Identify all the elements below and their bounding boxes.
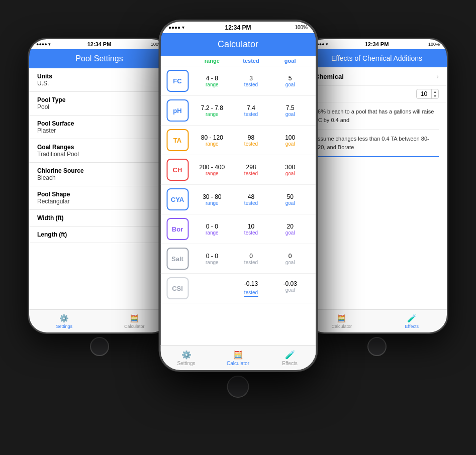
- ta-range-lbl: range: [193, 141, 232, 147]
- pool-surface-label: Pool Surface: [37, 120, 161, 127]
- settings-icon-center: ⚙️: [181, 350, 192, 360]
- ph-tested-lbl: tested: [232, 111, 271, 117]
- ta-range: 80 - 120: [193, 134, 232, 141]
- ph-goal-lbl: goal: [270, 111, 310, 117]
- amount-value: 10: [417, 89, 431, 98]
- decrement-icon[interactable]: ▼: [432, 94, 438, 98]
- csi-goal-lbl: goal: [270, 287, 310, 293]
- length-label: Length (ft): [37, 231, 161, 238]
- pool-shape-label: Pool Shape: [37, 191, 161, 198]
- signal-icon: ●●●● ▾: [36, 42, 51, 47]
- battery-right: 100%: [428, 42, 440, 47]
- bor-range-lbl: range: [193, 230, 232, 236]
- settings-row[interactable]: Units U.S.: [29, 68, 169, 92]
- ta-row[interactable]: TA 80 - 120range 98tested 100goal: [160, 126, 316, 155]
- salt-range-lbl: range: [193, 260, 232, 265]
- ph-range-lbl: range: [193, 111, 232, 117]
- status-time-center: 12:34 PM: [225, 24, 251, 31]
- calculator-tab-label: Calculator: [124, 324, 145, 329]
- increment-icon[interactable]: ▲: [432, 89, 438, 94]
- salt-badge: Salt: [166, 248, 188, 270]
- pool-shape-value: Rectangular: [37, 198, 161, 205]
- salt-row[interactable]: Salt 0 - 0range 0tested 0goal: [160, 244, 316, 274]
- length-row[interactable]: Length (ft): [29, 226, 169, 243]
- settings-tab-icon: ⚙️: [59, 314, 69, 323]
- signal-icon-center: ●●●● ▾: [168, 25, 184, 30]
- effects-screen: Chemical › 10 ▲ ▼ f 6% bleach to a pool …: [307, 67, 447, 310]
- calculator-tab-icon: 🧮: [130, 314, 139, 323]
- effects-header: Effects of Chemical Additions: [307, 49, 447, 67]
- width-row[interactable]: Width (ft): [29, 210, 169, 226]
- pool-surface-row[interactable]: Pool Surface Plaster: [29, 116, 169, 139]
- csi-badge: CSI: [166, 277, 188, 299]
- goal-ranges-value: Traditional Pool: [37, 151, 161, 158]
- effects-label-right: Effects: [405, 324, 419, 329]
- fc-range-lbl: range: [193, 82, 232, 87]
- width-label: Width (ft): [37, 214, 161, 221]
- cya-range-lbl: range: [193, 200, 232, 206]
- calculator-header: Calculator: [160, 33, 316, 56]
- bor-goal: 20: [270, 223, 310, 230]
- salt-tested-lbl: tested: [232, 260, 271, 265]
- csi-tested-lbl: tested: [244, 290, 258, 297]
- stepper-arrows[interactable]: ▲ ▼: [431, 89, 438, 98]
- goal-column-header: goal: [270, 58, 310, 64]
- settings-tab-label: Settings: [56, 324, 72, 329]
- ta-tested-lbl: tested: [232, 141, 271, 147]
- ph-goal: 7.5: [270, 104, 310, 111]
- fc-row[interactable]: FC 4 - 8range 3tested 5goal: [160, 66, 316, 96]
- ch-range-lbl: range: [193, 171, 232, 176]
- ch-range: 200 - 400: [193, 164, 232, 171]
- ph-tested: 7.4: [232, 104, 271, 111]
- cya-row[interactable]: CYA 30 - 80range 48tested 50goal: [160, 185, 316, 214]
- tested-column-header: tested: [232, 58, 271, 64]
- pool-type-value: Pool: [37, 103, 161, 110]
- chlorine-source-row[interactable]: Chlorine Source Bleach: [29, 163, 169, 186]
- bor-range: 0 - 0: [193, 223, 232, 230]
- pool-shape-row[interactable]: Pool Shape Rectangular: [29, 186, 169, 210]
- tab-settings[interactable]: ⚙️ Settings: [29, 310, 100, 332]
- ph-row[interactable]: pH 7.2 - 7.8range 7.4tested 7.5goal: [160, 96, 316, 126]
- calculator-screen: FC 4 - 8range 3tested 5goal pH 7.2 - 7.8…: [160, 66, 316, 359]
- bor-tested-lbl: tested: [232, 230, 271, 236]
- settings-screen: Units U.S. Pool Type Pool Pool Surface P…: [29, 68, 169, 311]
- range-column-header: range: [193, 58, 232, 64]
- tab-settings-center[interactable]: ⚙️ Settings: [160, 346, 212, 370]
- ch-row[interactable]: CH 200 - 400range 298tested 300goal: [160, 155, 316, 185]
- tab-bar-right: 🧮 Calculator 🧪 Effects: [307, 309, 447, 332]
- status-time: 12:34 PM: [87, 41, 112, 47]
- amount-input[interactable]: 10 ▲ ▼: [416, 89, 439, 99]
- chemical-header-label: Chemical: [315, 73, 344, 80]
- tab-calculator-center[interactable]: 🧮 Calculator: [212, 346, 264, 370]
- fc-range: 4 - 8: [193, 75, 232, 82]
- pool-surface-value: Plaster: [37, 127, 161, 134]
- ph-badge: pH: [166, 99, 188, 122]
- calc-label-right: Calculator: [331, 324, 352, 329]
- ch-tested: 298: [232, 164, 271, 171]
- csi-goal: -0.03: [270, 280, 310, 287]
- ph-range: 7.2 - 7.8: [193, 104, 232, 111]
- salt-tested: 0: [232, 253, 271, 260]
- effects-icon-center: 🧪: [285, 350, 295, 360]
- bor-goal-lbl: goal: [270, 230, 310, 236]
- units-value: U.S.: [37, 80, 161, 87]
- ta-tested: 98: [232, 134, 271, 141]
- tab-effects-center[interactable]: 🧪 Effects: [264, 346, 316, 370]
- csi-tested: -0.13: [232, 280, 271, 287]
- ch-badge: CH: [166, 159, 188, 181]
- fc-tested-lbl: tested: [232, 82, 271, 87]
- salt-goal-lbl: goal: [270, 260, 310, 265]
- fc-goal-lbl: goal: [270, 82, 310, 87]
- tab-effects-right[interactable]: 🧪 Effects: [377, 310, 447, 332]
- pool-type-row[interactable]: Pool Type Pool: [29, 92, 169, 116]
- goal-ranges-label: Goal Ranges: [37, 144, 161, 151]
- cya-badge: CYA: [166, 188, 188, 210]
- ch-goal-lbl: goal: [270, 171, 310, 176]
- battery-center: 100%: [295, 25, 308, 30]
- csi-row[interactable]: CSI -0.13 tested -0.03goal: [160, 274, 316, 303]
- bor-row[interactable]: Bor 0 - 0range 10tested 20goal: [160, 214, 316, 244]
- cya-goal: 50: [270, 193, 310, 200]
- goal-ranges-row[interactable]: Goal Ranges Traditional Pool: [29, 139, 169, 163]
- salt-goal: 0: [270, 253, 310, 260]
- tab-bar-center: ⚙️ Settings 🧮 Calculator 🧪 Effects: [160, 345, 316, 370]
